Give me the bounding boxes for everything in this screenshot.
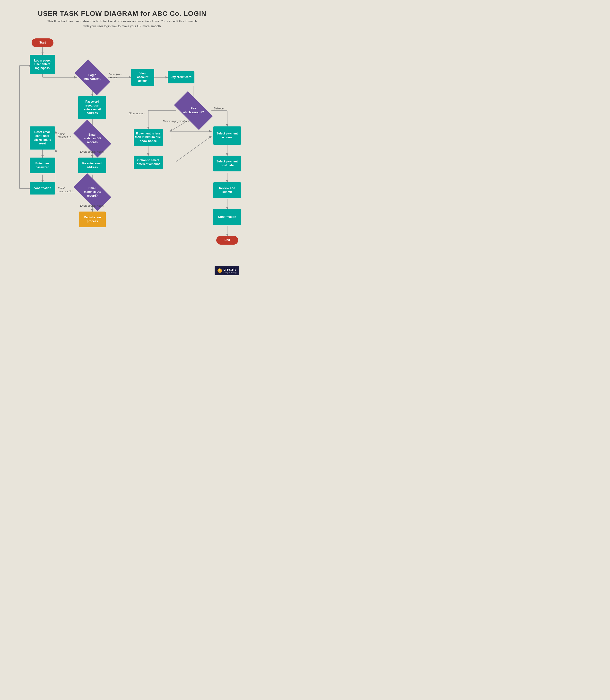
email-no-match2-label: Email doesn't match [80, 204, 104, 207]
svg-line-14 [175, 136, 211, 162]
creately-label: creately [223, 268, 237, 271]
email-no-match-label: Email doesn't match [80, 150, 104, 153]
pay-credit-card-node: Pay credit card [168, 71, 194, 83]
review-submit-node: Review andsubmit [213, 182, 241, 198]
if-payment-node: If payment is lessthan minimum due,show … [134, 129, 163, 146]
select-payment-account-node: Select paymentaccount [213, 126, 241, 145]
select-post-date-node: Select paymentpost date [213, 156, 241, 171]
end-node: End [216, 236, 238, 244]
login-page-node: Login page:User enterslogin/pass [30, 55, 55, 74]
option-select-node: Option to selectdifferent amount [134, 156, 163, 169]
creately-badge: 💡 creately Diagramming [214, 266, 239, 275]
pay-amount-node: Paywhich amount? [176, 101, 211, 120]
minimum-payment-label: Minimum payment due [163, 120, 190, 123]
balance-label: Balance [214, 107, 224, 110]
bulb-icon: 💡 [218, 268, 222, 273]
email-matches-db-label: Emailmatches DB [58, 132, 73, 138]
other-amount-label: Other amount [129, 112, 145, 115]
login-pass-label: Login/passcorrect [109, 73, 122, 79]
email-matches-db2-label: Emailmatches DB [58, 187, 73, 193]
password-reset-node: Passwordreset: userenters emailaddress [78, 96, 106, 119]
re-enter-email-node: Re enter emailaddress [78, 158, 106, 173]
reset-email-node: Reset emailsent: userclicks link toreset [30, 126, 55, 149]
page-title: USER TASK FLOW DIAGRAM for ABC Co. LOGIN [19, 10, 225, 17]
email-matches-node: Emailmatches DBrecords [75, 129, 109, 148]
creately-sublabel: Diagramming [223, 271, 237, 274]
email-matches2-node: Emailmatches DBrecord? [75, 182, 109, 202]
view-account-node: Viewaccountdetails [131, 69, 154, 86]
enter-new-pw-node: Enter newpassword [30, 158, 55, 173]
confirmation-right-node: Confirmation [213, 209, 241, 225]
page-container: USER TASK FLOW DIAGRAM for ABC Co. LOGIN… [0, 0, 244, 280]
start-node: Start [32, 38, 53, 47]
page-subtitle: This flowchart can use to describe both … [19, 19, 225, 29]
confirmation-left-node: confirmation [30, 182, 55, 194]
title-section: USER TASK FLOW DIAGRAM for ABC Co. LOGIN… [0, 5, 244, 31]
login-info-correct-node: Logininfo correct? [77, 68, 108, 87]
registration-node: Registrationprocess [79, 211, 106, 227]
